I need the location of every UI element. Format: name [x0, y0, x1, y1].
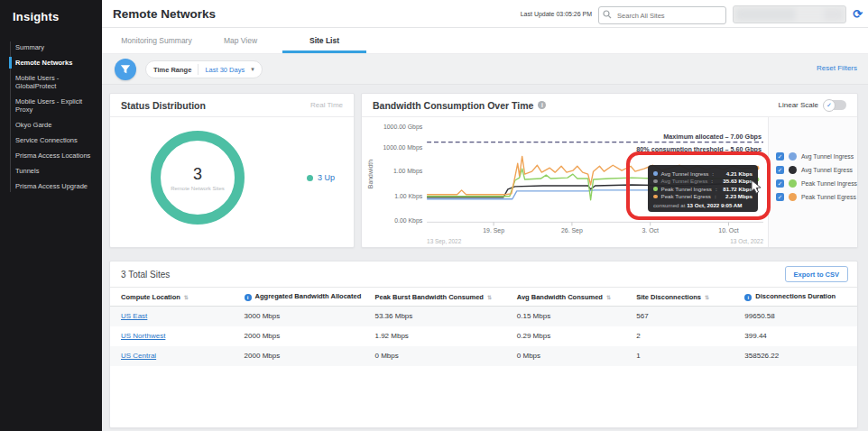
toggle-knob: ✓	[823, 99, 836, 112]
up-status-label: 3 Up	[318, 173, 335, 182]
linear-scale-label: Linear Scale	[779, 101, 818, 109]
table-row: US East 3000 Mbps 53.36 Mbps 0.15 Mbps 5…	[110, 307, 857, 326]
x-tick-3: 10. Oct	[718, 227, 738, 234]
legend-dot	[789, 152, 797, 160]
sidebar-menu: Summary Remote Networks Mobile Users - G…	[0, 40, 102, 194]
sort-icon: ⇅	[606, 295, 611, 300]
sites-table: Compute Location⇅ iAggregated Bandwidth …	[110, 287, 857, 366]
time-range-label: Time Range	[153, 66, 191, 74]
donut-label: Remote Network Sites	[171, 186, 225, 191]
donut-count: 3	[193, 165, 202, 184]
col-peak-burst-bandwidth-consumed[interactable]: Peak Burst Bandwidth Consumed⇅	[365, 288, 506, 307]
site-link-us-central[interactable]: US Central	[121, 352, 156, 360]
last-update-text: Last Update 03:05:26 PM	[521, 11, 592, 17]
search-input[interactable]	[598, 6, 726, 24]
legend-row-peak-tunnel-egress: ✓ Peak Tunnel Egress	[769, 190, 857, 204]
tab-map-view[interactable]: Map View	[199, 28, 282, 53]
top-bar: Remote Networks Last Update 03:05:26 PM …	[102, 0, 868, 28]
sort-icon: ⇅	[184, 295, 189, 300]
tenant-selector-redacted[interactable]	[733, 5, 846, 23]
refresh-icon[interactable]: ⟳	[853, 8, 863, 20]
tooltip-dot	[653, 187, 658, 191]
table-header-row: Compute Location⇅ iAggregated Bandwidth …	[110, 288, 857, 307]
tooltip-dot	[653, 179, 658, 184]
tooltip-row-peak-egress: Peak Tunnel Egress : 2.23 Mbps	[653, 193, 753, 201]
sites-table-card: 3 Total Sites Export to CSV Compute Loca…	[109, 261, 858, 428]
reset-filters-link[interactable]: Reset Filters	[817, 64, 857, 72]
status-card-header: Status Distribution Real Time	[110, 94, 354, 117]
x-tick-2: 3. Oct	[642, 227, 658, 234]
y-tick-4: 0.00 Kbps	[394, 217, 423, 225]
legend-checkbox[interactable]: ✓	[776, 179, 784, 188]
col-compute-location[interactable]: Compute Location⇅	[110, 288, 234, 307]
tab-site-list[interactable]: Site List	[282, 28, 366, 53]
tooltip-footer: consumed at 13 Oct, 2022 9:05 AM	[653, 202, 753, 208]
bandwidth-chart-area: Bandwidth 1000.00 Gbps 1000.00 Mbps 1.00…	[362, 117, 857, 247]
col-avg-bandwidth-consumed[interactable]: Avg Bandwidth Consumed⇅	[506, 288, 625, 307]
app-root: Insights Summary Remote Networks Mobile …	[0, 0, 868, 431]
sidebar-item-remote-networks[interactable]: Remote Networks	[0, 55, 102, 70]
sidebar-item-prisma-access-locations[interactable]: Prisma Access Locations	[0, 148, 102, 163]
redacted-blur	[735, 8, 844, 21]
sort-icon: ⇅	[705, 295, 709, 300]
time-range-value: Last 30 Days	[205, 66, 245, 74]
table-title: 3 Total Sites	[121, 270, 170, 280]
y-axis-title: Bandwidth	[367, 160, 374, 188]
sidebar-item-prisma-access-upgrade[interactable]: Prisma Access Upgrade	[0, 179, 102, 194]
search-box	[598, 5, 726, 23]
bandwidth-card-header: Bandwidth Consumption Over Time i Linear…	[362, 94, 857, 117]
sidebar-item-mobile-users-explicit-proxy[interactable]: Mobile Users - Explicit Proxy	[0, 94, 102, 117]
filter-button[interactable]	[115, 59, 136, 80]
tooltip-dot	[653, 171, 658, 176]
threshold-annotation: 80% consumption threshold – 5.60 Gbps	[636, 145, 762, 153]
search-icon	[603, 10, 612, 19]
info-icon: i	[538, 101, 546, 109]
funnel-icon	[120, 64, 131, 75]
sidebar: Insights Summary Remote Networks Mobile …	[0, 0, 102, 431]
time-range-dropdown[interactable]: Time Range Last 30 Days ▾	[145, 60, 263, 78]
y-tick-2: 1.00 Mbps	[393, 168, 423, 175]
sidebar-item-service-connections[interactable]: Service Connections	[0, 133, 102, 148]
x-range-end: 13 Oct, 2022	[730, 238, 763, 244]
col-aggregated-bandwidth-allocated[interactable]: iAggregated Bandwidth Allocated	[234, 288, 365, 307]
status-card-title: Status Distribution	[121, 100, 206, 111]
max-allocated-annotation: Maximum allocated – 7.00 Gbps	[663, 133, 762, 141]
sidebar-item-mobile-users-globalprotect[interactable]: Mobile Users - GlobalProtect	[0, 70, 102, 94]
tab-bar: Monitoring Summary Map View Site List	[102, 28, 868, 54]
sidebar-title: Insights	[0, 0, 102, 23]
chevron-down-icon: ▾	[251, 66, 254, 73]
col-site-disconnections[interactable]: Site Disconnections⇅	[625, 288, 734, 307]
legend-checkbox[interactable]: ✓	[776, 166, 784, 174]
main-area: Remote Networks Last Update 03:05:26 PM …	[102, 0, 868, 431]
info-icon: i	[744, 294, 752, 301]
legend-checkbox[interactable]: ✓	[776, 193, 784, 201]
sidebar-item-summary[interactable]: Summary	[0, 40, 102, 55]
status-legend-up[interactable]: 3 Up	[307, 173, 335, 182]
real-time-badge: Real Time	[310, 101, 343, 109]
site-link-us-northwest[interactable]: US Northwest	[121, 332, 165, 340]
divider	[198, 64, 199, 75]
legend-row-avg-tunnel-ingress: ✓ Avg Tunnel Ingress	[769, 150, 857, 163]
table-row: US Northwest 2000 Mbps 1.92 Mbps 0.29 Mb…	[110, 326, 857, 346]
tooltip-row-peak-ingress: Peak Tunnel Ingress : 81.72 Kbps	[653, 185, 753, 193]
info-icon: i	[245, 294, 252, 301]
chart-tooltip: Avg Tunnel Ingress : 4.21 Kbps Avg Tunne…	[648, 165, 758, 212]
legend-checkbox[interactable]: ✓	[776, 152, 784, 160]
page-title: Remote Networks	[113, 7, 216, 21]
legend-dot	[789, 166, 797, 174]
col-disconnections-duration[interactable]: iDisconnections Duration	[734, 288, 857, 307]
y-tick-1: 1000.00 Mbps	[383, 144, 423, 151]
x-range-start: 13 Sep, 2022	[427, 238, 462, 245]
tab-monitoring-summary[interactable]: Monitoring Summary	[115, 28, 199, 53]
site-link-us-east[interactable]: US East	[121, 312, 147, 320]
x-tick-1: 26. Sep	[561, 227, 583, 234]
sidebar-item-okyo-garde[interactable]: Okyo Garde	[0, 117, 102, 133]
bandwidth-card-title: Bandwidth Consumption Over Time	[373, 100, 533, 111]
linear-scale-toggle[interactable]: ✓	[824, 100, 846, 110]
topbar-right: Last Update 03:05:26 PM ⟳	[521, 0, 863, 28]
export-to-csv-button[interactable]: Export to CSV	[785, 266, 848, 282]
linear-scale-control: Linear Scale ✓	[779, 100, 846, 110]
up-status-dot	[307, 175, 313, 181]
sidebar-item-tunnels[interactable]: Tunnels	[0, 163, 102, 179]
chart-legend: ✓ Avg Tunnel Ingress ✓ Avg Tunnel Egress…	[768, 117, 857, 247]
